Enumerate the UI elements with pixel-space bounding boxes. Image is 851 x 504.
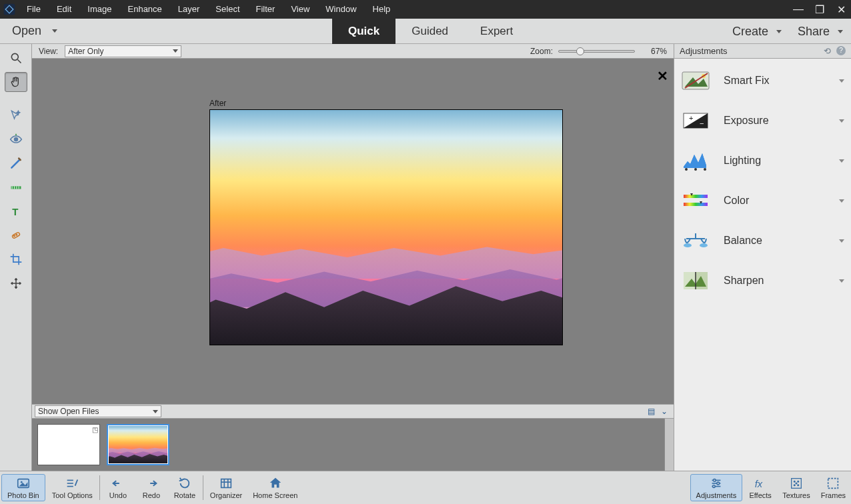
bb-label: Tool Options (52, 491, 93, 499)
menu-file[interactable]: File (19, 0, 49, 19)
view-mode-value: After Only (68, 47, 103, 56)
photo-bin-icon (16, 476, 31, 491)
chevron-down-icon (839, 239, 844, 243)
bb-frames[interactable]: Frames (816, 473, 851, 503)
create-button[interactable]: Create (732, 25, 782, 39)
effects-icon: fx (753, 476, 768, 491)
adj-label: Color (724, 195, 826, 207)
bottom-bar: Photo Bin Tool Options Undo Redo Rotate … (0, 471, 851, 504)
reset-icon[interactable]: ⟲ (824, 46, 831, 56)
bb-tool-options[interactable]: Tool Options (47, 473, 98, 503)
tool-red-eye[interactable] (5, 129, 27, 149)
smart-fix-icon (681, 69, 710, 92)
chevron-down-icon (52, 29, 57, 33)
bb-photo-bin[interactable]: Photo Bin (1, 474, 45, 501)
help-icon[interactable]: ? (836, 46, 846, 55)
window-restore-icon[interactable]: ❐ (812, 3, 827, 16)
window-close-icon[interactable]: ✕ (834, 3, 848, 16)
svg-point-51 (713, 479, 716, 482)
menu-select[interactable]: Select (207, 0, 247, 19)
tool-spot-heal[interactable] (5, 225, 27, 245)
bb-undo[interactable]: Undo (101, 473, 135, 503)
menu-filter[interactable]: Filter (248, 0, 283, 19)
center-area: View: After Only Zoom: 67% ✕ After (32, 44, 674, 471)
bb-effects[interactable]: fx Effects (744, 473, 777, 503)
tab-expert[interactable]: Expert (464, 19, 529, 44)
bb-rotate[interactable]: Rotate (168, 473, 201, 503)
menu-edit[interactable]: Edit (49, 0, 79, 19)
home-icon (268, 476, 283, 491)
photo-bin-scrollbar[interactable] (664, 419, 674, 471)
menubar: File Edit Image Enhance Layer Select Fil… (0, 0, 851, 19)
tab-guided[interactable]: Guided (395, 19, 464, 44)
tool-zoom[interactable] (5, 48, 27, 68)
adj-color[interactable]: Color (681, 189, 844, 212)
tool-crop[interactable] (5, 249, 27, 269)
collapse-bin-icon[interactable]: ⌄ (658, 407, 671, 416)
view-mode-select[interactable]: After Only (65, 45, 181, 57)
menu-help[interactable]: Help (365, 0, 399, 19)
zoom-slider[interactable] (558, 50, 635, 53)
bb-textures[interactable]: Textures (777, 473, 816, 503)
svg-rect-5 (11, 186, 21, 189)
share-button[interactable]: Share (798, 25, 843, 39)
thumbnail-active[interactable] (107, 424, 169, 465)
organizer-icon (219, 476, 233, 491)
tool-hand[interactable] (5, 72, 27, 92)
svg-point-23 (685, 168, 688, 171)
undo-icon (111, 476, 125, 491)
tool-quick-select[interactable] (5, 105, 27, 125)
chevron-down-icon (839, 119, 844, 123)
bb-label: Organizer (210, 491, 242, 499)
adj-label: Lighting (724, 155, 826, 167)
svg-point-52 (717, 482, 720, 485)
bb-label: Rotate (174, 491, 195, 499)
adj-sharpen[interactable]: Sharpen (681, 269, 844, 292)
tool-text[interactable]: T (5, 201, 27, 221)
adj-smart-fix[interactable]: Smart Fix (681, 69, 844, 92)
menu-layer[interactable]: Layer (170, 0, 208, 19)
adj-lighting[interactable]: Lighting (681, 149, 844, 172)
svg-point-59 (798, 485, 799, 486)
menu-view[interactable]: View (283, 0, 317, 19)
adj-exposure[interactable]: +− Exposure (681, 109, 844, 132)
svg-point-13 (16, 234, 17, 235)
bb-home-screen[interactable]: Home Screen (247, 473, 303, 503)
zoom-slider-thumb[interactable] (576, 47, 584, 55)
tool-move[interactable] (5, 273, 27, 293)
bb-label: Undo (109, 491, 127, 499)
window-minimize-icon[interactable]: — (791, 3, 806, 15)
bb-label: Effects (749, 491, 771, 499)
svg-line-2 (17, 60, 21, 63)
open-files-select[interactable]: Show Open Files (35, 405, 161, 417)
balance-icon (681, 229, 710, 252)
tab-quick[interactable]: Quick (332, 19, 395, 44)
close-document-button[interactable]: ✕ (657, 68, 668, 84)
menu-enhance[interactable]: Enhance (120, 0, 170, 19)
menu-image[interactable]: Image (79, 0, 119, 19)
svg-point-25 (704, 168, 706, 171)
canvas-image[interactable] (209, 109, 563, 345)
svg-marker-22 (684, 153, 706, 168)
tool-straighten[interactable] (5, 177, 27, 197)
open-button[interactable]: Open (0, 19, 69, 43)
svg-point-24 (694, 168, 697, 171)
list-view-icon[interactable]: ▤ (644, 407, 658, 416)
bb-organizer[interactable]: Organizer (205, 473, 247, 503)
svg-point-12 (13, 235, 15, 237)
lighting-icon (681, 149, 710, 172)
bb-label: Home Screen (253, 491, 297, 499)
share-label: Share (798, 25, 830, 39)
zoom-value: 67% (640, 47, 667, 56)
adjustments-icon (709, 476, 724, 491)
bb-adjustments[interactable]: Adjustments (690, 474, 743, 501)
thumbnail-blank[interactable]: ◳ (37, 424, 100, 465)
adj-balance[interactable]: Balance (681, 229, 844, 252)
menu-window[interactable]: Window (317, 0, 364, 19)
tool-whiten-teeth[interactable] (5, 153, 27, 173)
bb-label: Frames (821, 491, 846, 499)
chevron-down-icon (839, 79, 844, 83)
bb-redo[interactable]: Redo (135, 473, 168, 503)
bb-label: Adjustments (696, 491, 737, 499)
view-bar: View: After Only Zoom: 67% (32, 44, 674, 59)
